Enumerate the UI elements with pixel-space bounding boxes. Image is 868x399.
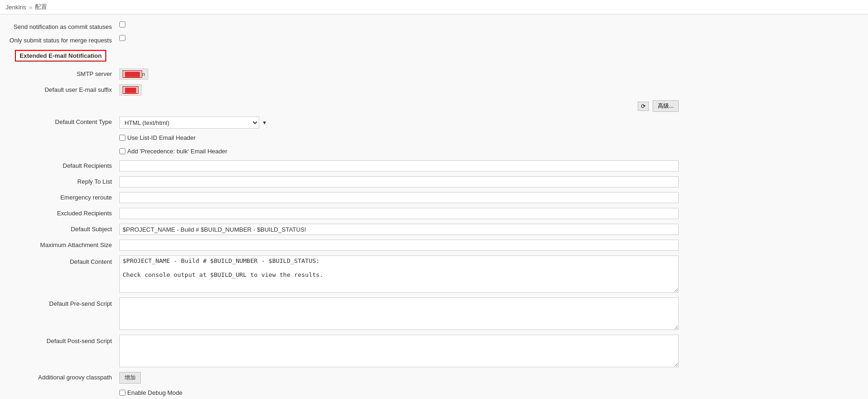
smtp-server-label: SMTP server [7,69,119,77]
default-recipients-row: Default Recipients [0,158,868,174]
default-subject-field [119,224,861,235]
content-type-field: HTML (text/html) Plain Text (text/plain)… [119,117,861,129]
default-content-row: Default Content $PROJECT_NAME - Build # … [0,253,868,295]
enable-debug-checkbox-row: Enable Debug Mode [119,388,183,397]
smtp-server-input-wrapper: ▓▓▓▓ n [119,69,148,80]
additional-groovy-field: 增加 [119,372,861,384]
use-listid-label-spacer [7,133,119,135]
reply-to-list-input[interactable] [119,176,679,187]
emergency-reroute-label: Emergency reroute [7,192,119,201]
additional-groovy-label: Additional groovy classpath [7,372,119,381]
form-section: Send notification as commit statuses Onl… [0,19,868,399]
breadcrumb-arrow: » [29,4,32,11]
advanced-label-spacer [7,100,119,102]
only-submit-field [119,35,861,41]
postsend-script-field [119,335,861,367]
breadcrumb: Jenkins » 配置 [0,0,868,14]
advanced-btn-row: ⟳ 高级... [0,98,868,114]
smtp-server-redacted: ▓▓▓▓ [123,70,142,78]
reply-to-list-row: Reply To List [0,174,868,190]
presend-script-label: Default Pre-send Script [7,297,119,307]
add-precedence-label-spacer [7,147,119,149]
default-suffix-redacted: ▓▓▓ [123,86,138,94]
content-type-label: Default Content Type [7,117,119,125]
use-listid-row: Use List-ID Email Header [0,131,868,144]
excluded-recipients-label: Excluded Recipients [7,208,119,217]
emergency-reroute-input[interactable] [119,192,679,203]
default-content-field: $PROJECT_NAME - Build # $BUILD_NUMBER - … [119,255,861,293]
postsend-script-label: Default Post-send Script [7,335,119,344]
reload-icon-btn[interactable]: ⟳ [638,102,649,111]
default-recipients-input[interactable] [119,160,679,172]
default-suffix-input-wrapper: ▓▓▓ [119,84,142,96]
dropdown-arrow: ▼ [262,120,267,125]
additional-groovy-row: Additional groovy classpath 增加 [0,370,868,386]
use-listid-checkbox[interactable] [119,135,125,141]
send-notification-label: Send notification as commit statuses [7,21,119,30]
default-content-label: Default Content [7,255,119,265]
send-notification-checkbox[interactable] [119,21,125,28]
only-submit-checkbox[interactable] [119,35,125,41]
default-suffix-field: ▓▓▓ [119,84,861,96]
presend-script-textarea[interactable] [119,297,679,330]
send-notification-field [119,21,861,28]
enable-debug-row: Enable Debug Mode [0,386,868,399]
only-submit-label: Only submit status for merge requests [7,35,119,44]
only-submit-row: Only submit status for merge requests [0,33,868,46]
smtp-server-field: ▓▓▓▓ n [119,69,861,80]
content-type-row: Default Content Type HTML (text/html) Pl… [0,114,868,131]
excluded-recipients-row: Excluded Recipients [0,206,868,221]
smtp-server-row: SMTP server ▓▓▓▓ n [0,66,868,82]
default-suffix-row: Default user E-mail suffix ▓▓▓ [0,82,868,98]
extended-email-title: Extended E-mail Notification [15,50,106,62]
default-content-textarea[interactable]: $PROJECT_NAME - Build # $BUILD_NUMBER - … [119,255,679,293]
postsend-script-row: Default Post-send Script [0,332,868,370]
add-precedence-checkbox-label: Add 'Precedence: bulk' Email Header [127,148,227,155]
max-attachment-field [119,240,861,251]
reply-to-list-label: Reply To List [7,176,119,185]
advanced-button[interactable]: 高级... [653,100,679,112]
postsend-script-textarea[interactable] [119,335,679,367]
max-attachment-row: Maximum Attachment Size [0,237,868,253]
default-recipients-label: Default Recipients [7,160,119,169]
enable-debug-checkbox[interactable] [119,390,125,396]
use-listid-field: Use List-ID Email Header [119,133,861,142]
advanced-field: ⟳ 高级... [119,100,679,112]
max-attachment-label: Maximum Attachment Size [7,240,119,248]
emergency-reroute-row: Emergency reroute [0,190,868,206]
default-subject-input[interactable] [119,224,679,235]
max-attachment-input[interactable] [119,240,679,251]
excluded-recipients-input[interactable] [119,208,679,219]
use-listid-checkbox-row: Use List-ID Email Header [119,133,196,142]
emergency-reroute-field [119,192,861,203]
add-precedence-row: Add 'Precedence: bulk' Email Header [0,144,868,158]
extended-email-header-row: Extended E-mail Notification [0,46,868,66]
enable-debug-label-spacer [7,388,119,390]
default-recipients-field [119,160,861,172]
content-type-select[interactable]: HTML (text/html) Plain Text (text/plain) [119,117,259,129]
enable-debug-checkbox-label: Enable Debug Mode [127,389,183,396]
add-precedence-field: Add 'Precedence: bulk' Email Header [119,147,861,156]
enable-debug-field: Enable Debug Mode [119,388,861,397]
default-subject-label: Default Subject [7,224,119,233]
add-precedence-checkbox-row: Add 'Precedence: bulk' Email Header [119,147,227,156]
use-listid-checkbox-label: Use List-ID Email Header [127,134,196,141]
config-link[interactable]: 配置 [35,3,47,11]
presend-script-row: Default Pre-send Script [0,295,868,332]
jenkins-link[interactable]: Jenkins [6,4,26,11]
reply-to-list-field [119,176,861,187]
excluded-recipients-field [119,208,861,219]
presend-script-field [119,297,861,330]
add-precedence-checkbox[interactable] [119,148,125,154]
default-suffix-label: Default user E-mail suffix [7,84,119,93]
send-notification-row: Send notification as commit statuses [0,19,868,33]
add-button[interactable]: 增加 [119,372,141,384]
default-subject-row: Default Subject [0,221,868,237]
